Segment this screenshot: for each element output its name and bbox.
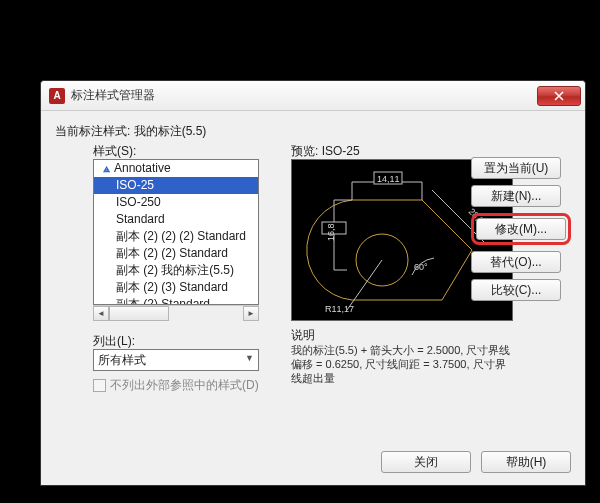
dialog-window: A 标注样式管理器 当前标注样式: 我的标注(5.5) 样式(S): ⟁Anno… xyxy=(40,80,586,486)
styles-scrollbar[interactable]: ◄ ► xyxy=(93,305,259,321)
style-item[interactable]: ISO-25 xyxy=(94,177,258,194)
modify-button[interactable]: 修改(M)... xyxy=(476,218,566,240)
window-title: 标注样式管理器 xyxy=(71,87,537,104)
styles-listbox[interactable]: ⟁AnnotativeISO-25ISO-250Standard副本 (2) (… xyxy=(93,159,259,305)
close-button[interactable]: 关闭 xyxy=(381,451,471,473)
bottom-buttons: 关闭 帮助(H) xyxy=(381,451,571,473)
close-icon[interactable] xyxy=(537,86,581,106)
compare-button[interactable]: 比较(C)... xyxy=(471,279,561,301)
style-item[interactable]: Standard xyxy=(94,211,258,228)
new-button[interactable]: 新建(N)... xyxy=(471,185,561,207)
style-item[interactable]: 副本 (2) (2) Standard xyxy=(94,245,258,262)
styles-label: 样式(S): xyxy=(93,143,136,160)
scroll-thumb[interactable] xyxy=(109,306,169,321)
right-button-column: 置为当前(U) 新建(N)... 修改(M)... 替代(O)... 比较(C)… xyxy=(471,157,571,301)
modify-highlight: 修改(M)... xyxy=(471,213,571,245)
dim-top: 14,11 xyxy=(377,174,400,184)
style-item[interactable]: 副本 (2) (3) Standard xyxy=(94,279,258,296)
description-label: 说明 xyxy=(291,327,315,344)
scroll-right-icon[interactable]: ► xyxy=(243,306,259,321)
exclude-xref-row: 不列出外部参照中的样式(D) xyxy=(93,377,259,394)
current-style-label: 当前标注样式: 我的标注(5.5) xyxy=(55,123,571,140)
scroll-track[interactable] xyxy=(109,306,243,321)
exclude-xref-label: 不列出外部参照中的样式(D) xyxy=(110,377,259,394)
preview-label: 预览: ISO-25 xyxy=(291,143,360,160)
dim-left: 16,8 xyxy=(326,223,336,241)
style-item[interactable]: 副本 (2) Standard xyxy=(94,296,258,305)
help-button[interactable]: 帮助(H) xyxy=(481,451,571,473)
app-icon: A xyxy=(49,88,65,104)
titlebar: A 标注样式管理器 xyxy=(41,81,585,111)
dim-radius: R11,17 xyxy=(325,304,354,314)
description-text: 我的标注(5.5) + 箭头大小 = 2.5000, 尺寸界线偏移 = 0.62… xyxy=(291,343,513,385)
list-dropdown[interactable]: 所有样式 xyxy=(93,349,259,371)
annotative-icon: ⟁ xyxy=(100,161,112,176)
list-label: 列出(L): xyxy=(93,333,135,350)
dim-angle: 60° xyxy=(414,262,428,272)
styles-list-wrap: ⟁AnnotativeISO-25ISO-250Standard副本 (2) (… xyxy=(93,159,259,321)
set-current-button[interactable]: 置为当前(U) xyxy=(471,157,561,179)
style-item[interactable]: 副本 (2) 我的标注(5.5) xyxy=(94,262,258,279)
dialog-content: 当前标注样式: 我的标注(5.5) 样式(S): ⟁AnnotativeISO-… xyxy=(41,111,585,485)
list-dropdown-value: 所有样式 xyxy=(98,353,146,367)
style-item[interactable]: ⟁Annotative xyxy=(94,160,258,177)
override-button[interactable]: 替代(O)... xyxy=(471,251,561,273)
scroll-left-icon[interactable]: ◄ xyxy=(93,306,109,321)
exclude-xref-checkbox[interactable] xyxy=(93,379,106,392)
style-item[interactable]: 副本 (2) (2) (2) Standard xyxy=(94,228,258,245)
style-item[interactable]: ISO-250 xyxy=(94,194,258,211)
